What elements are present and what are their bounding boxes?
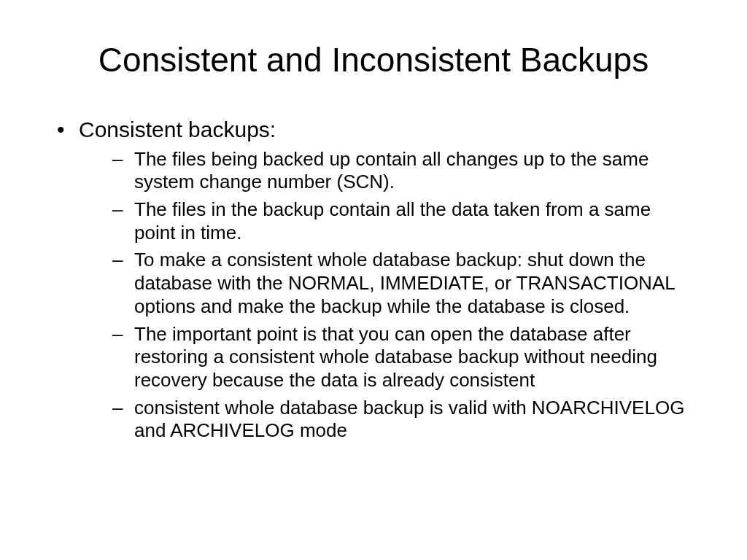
bullet-text: The files in the backup contain all the … [134,198,651,244]
bullet-level-2: The important point is that you can open… [79,323,696,392]
bullet-level-2: consistent whole database backup is vali… [79,397,696,443]
sub-bullet-list: The files being backed up contain all ch… [79,148,696,443]
slide-title: Consistent and Inconsistent Backups [51,40,696,79]
slide-container: Consistent and Inconsistent Backups Cons… [0,0,747,560]
bullet-text: The files being backed up contain all ch… [134,148,649,193]
bullet-level-1: Consistent backups: The files being back… [51,116,696,443]
bullet-text: To make a consistent whole database back… [134,249,675,316]
bullet-text: Consistent backups: [79,117,276,141]
bullet-level-2: To make a consistent whole database back… [79,249,696,318]
bullet-level-2: The files being backed up contain all ch… [79,148,696,194]
bullet-text: The important point is that you can open… [134,323,657,391]
bullet-text: consistent whole database backup is vali… [134,397,684,442]
bullet-level-2: The files in the backup contain all the … [79,198,696,244]
bullet-list: Consistent backups: The files being back… [51,116,696,443]
